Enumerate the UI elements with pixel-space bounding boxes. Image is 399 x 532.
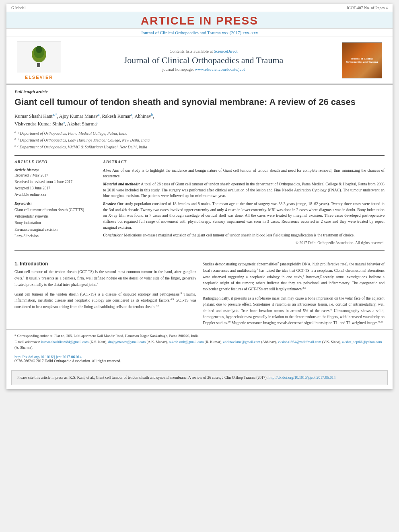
footnote-corresponding: * Corresponding author at: Flat no; 305,… [14, 333, 385, 339]
journal-cover-image: Journal of Clinical Orthopaedics and Tra… [342, 42, 382, 78]
article-history-dates: Received 7 May 2017 Received in revised … [14, 172, 95, 198]
sciencedirect-link[interactable]: ScienceDirect [214, 49, 238, 53]
journal-code-label: ICOT-407 No. of Pages 4 [347, 6, 388, 10]
journal-title: Journal of Clinical Orthopaedics and Tra… [65, 55, 342, 66]
article-title: Giant cell tumour of tendon sheath and s… [14, 97, 385, 108]
elsevier-logo-icon [27, 46, 51, 68]
email-link-sinha[interactable]: vksinha1954@rediffmail.com [278, 340, 321, 344]
abstract-section-header: ABSTRACT [103, 160, 385, 165]
introduction-section-title: 1. Introduction [14, 261, 196, 267]
email-link-abhinav[interactable]: abhinav.kmc@gmail.com [223, 340, 260, 344]
doi-link[interactable]: http://dx.doi.org/10.1016/j.jcot.2017.06… [14, 355, 82, 359]
elsevier-wordmark: ELSEVIER [25, 75, 53, 80]
affiliations: a ᵃ Department of Orthopaedics, Patna Me… [14, 130, 385, 151]
issn-text: 0976-5662/© 2017 Delhi Orthopedic Associ… [14, 359, 121, 363]
intro-para1: Giant cell tumour of the tendon sheath (… [14, 269, 196, 288]
authors-list: Kumar Shashi Kanta,*, Ajoy Kumar Manava,… [14, 112, 385, 127]
citation-doi-link[interactable]: http://dx.doi.org/10.1016/j.jcot.2017.06… [269, 376, 336, 380]
article-history-label: Article history: [14, 168, 95, 172]
abstract-copyright: © 2017 Delhi Orthopedic Association. All… [103, 241, 385, 245]
right-para1: Studies demonstrating cytogenetic abnorm… [203, 261, 385, 292]
email-link-sharma[interactable]: akshat_sept86@yahoo.com [342, 340, 382, 344]
email-link-manav[interactable]: drajoymanav@ymail.com [108, 340, 146, 344]
citation-text: Please cite this article in press as: K.… [17, 376, 267, 380]
article-in-press-title: ARTICLE IN PRESS [6, 14, 393, 27]
journal-homepage: journal homepage: www.elsevier.com/locat… [65, 67, 342, 72]
contents-available-text: Contents lists available at ScienceDirec… [65, 49, 342, 53]
journal-homepage-link[interactable]: www.elsevier.com/locate/jcot [195, 67, 245, 72]
doi-bar: http://dx.doi.org/10.1016/j.jcot.2017.06… [6, 353, 393, 366]
keywords-list: Giant cell tumour of tendon sheath (GCT-… [14, 207, 95, 239]
abstract-text: Aim: Aim of our study is to highlight th… [103, 168, 385, 239]
article-info-section-header: ARTICLE INFO [14, 160, 95, 165]
footnotes-section: * Corresponding author at: Flat no; 305,… [6, 329, 393, 353]
email-link-kumar[interactable]: rakesh.orth@gmail.com [169, 340, 204, 344]
right-para2: Radiographically, it presents as a soft-… [203, 296, 385, 326]
citation-box: Please cite this article in press as: K.… [11, 370, 388, 385]
keywords-label: Keywords: [14, 201, 95, 205]
intro-para2: Giant cell tumour of the tendon sheath (… [14, 291, 196, 310]
article-type-label: Full length article [14, 89, 385, 94]
email-links[interactable]: kumar.shashikant84@gmail.com [41, 340, 88, 344]
g-model-label: G Model [11, 6, 26, 10]
journal-link-text: Journal of Clinical Orthopaedics and Tra… [141, 30, 258, 35]
footnote-emails: E-mail addresses: kumar.shashikant84@gma… [14, 339, 385, 351]
svg-rect-0 [37, 63, 40, 67]
